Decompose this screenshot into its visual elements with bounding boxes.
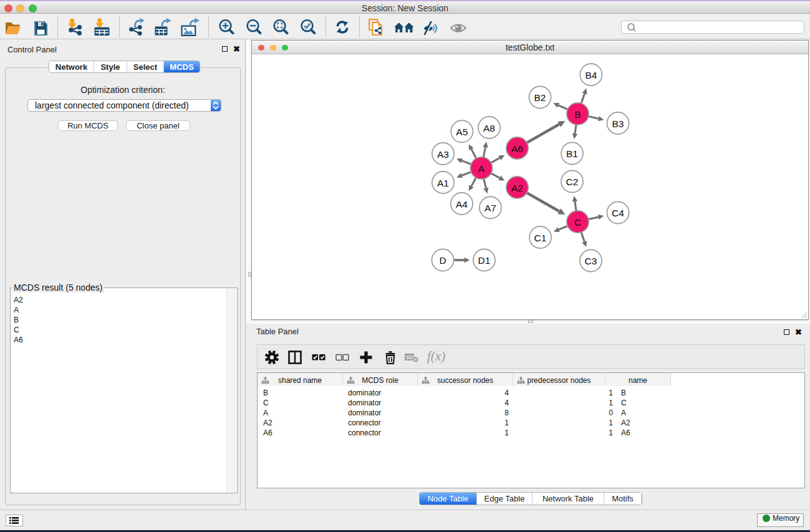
- svg-text:A2: A2: [511, 183, 523, 193]
- svg-text:D1: D1: [478, 255, 491, 266]
- svg-text:A3: A3: [437, 149, 449, 160]
- svg-text:C3: C3: [585, 256, 597, 266]
- svg-text:A5: A5: [456, 127, 468, 137]
- svg-text:C4: C4: [612, 208, 624, 218]
- svg-text:A6: A6: [511, 143, 523, 154]
- svg-text:A: A: [478, 163, 485, 174]
- svg-text:D: D: [439, 255, 446, 266]
- svg-text:B4: B4: [585, 70, 597, 80]
- svg-text:C2: C2: [566, 177, 579, 187]
- svg-text:B1: B1: [566, 148, 578, 159]
- svg-text:A4: A4: [456, 199, 468, 210]
- svg-text:C1: C1: [534, 233, 547, 243]
- svg-text:B: B: [574, 109, 581, 120]
- svg-text:C: C: [574, 217, 581, 228]
- svg-text:B2: B2: [534, 92, 546, 103]
- svg-text:B3: B3: [612, 118, 624, 129]
- svg-text:A7: A7: [485, 203, 496, 213]
- svg-text:A8: A8: [483, 123, 495, 133]
- svg-text:A1: A1: [437, 178, 449, 188]
